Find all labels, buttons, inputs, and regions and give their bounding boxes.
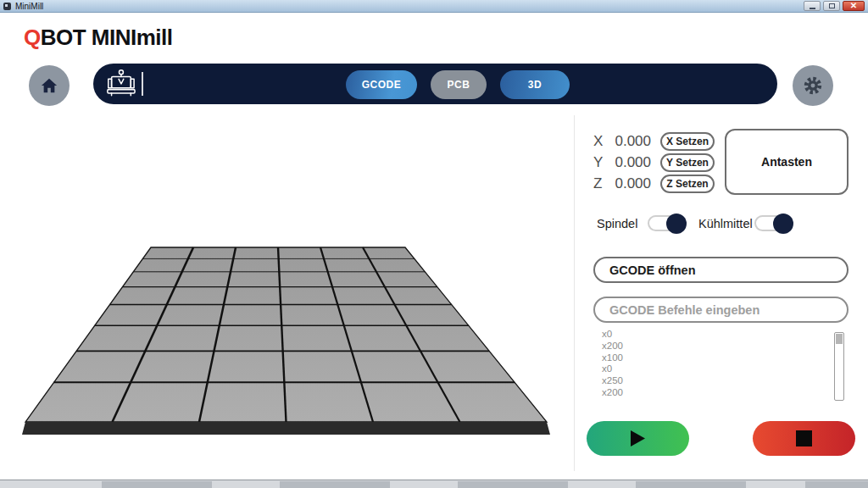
stop-icon [796, 430, 812, 446]
navbar: GCODE PCB 3D [93, 64, 777, 104]
home-icon [40, 77, 58, 94]
spindle-toggle-label: Spindel [597, 217, 637, 230]
axis-label-x: X [593, 133, 609, 150]
viewport-3d[interactable] [0, 119, 576, 458]
machine-icon [103, 69, 137, 99]
axis-value-y: 0.000 [610, 154, 651, 171]
command-list-scrollbar[interactable] [834, 332, 844, 401]
set-x-button[interactable]: X Setzen [660, 132, 715, 151]
home-button[interactable] [29, 65, 70, 106]
axis-value-x: 0.000 [610, 133, 651, 150]
axis-value-z: 0.000 [610, 175, 651, 192]
coolant-toggle-label: Kühlmittel [698, 217, 753, 230]
stop-button[interactable] [753, 421, 855, 456]
app-window: MiniMill ✕ QBOT MINImill GCODE PCB 3D [0, 0, 868, 488]
window-close-button[interactable]: ✕ [843, 1, 865, 11]
axis-label-y: Y [593, 154, 609, 171]
probe-button[interactable]: Antasten [725, 129, 849, 195]
window-title: MiniMill [15, 2, 43, 11]
app-icon [3, 3, 11, 10]
window-maximize-button[interactable] [823, 1, 840, 11]
logo-rest: BOT MINImill [41, 25, 173, 50]
window-minimize-icon [810, 8, 815, 9]
set-y-button[interactable]: Y Setzen [660, 153, 715, 172]
set-z-button[interactable]: Z Setzen [660, 175, 715, 193]
tab-gcode[interactable]: GCODE [346, 70, 417, 99]
spindle-toggle-knob [666, 214, 687, 234]
play-icon [631, 430, 645, 446]
milling-bed-3d [0, 119, 576, 458]
tab-3d[interactable]: 3D [500, 70, 570, 99]
coolant-toggle-knob [773, 214, 793, 234]
os-taskbar-sliver [0, 480, 868, 488]
window-maximize-icon [829, 3, 835, 8]
gear-icon [802, 75, 824, 97]
gcode-line: x200 [602, 387, 623, 399]
gcode-line: x200 [602, 341, 623, 352]
axis-label-z: Z [593, 175, 609, 192]
window-close-icon: ✕ [850, 2, 857, 10]
window-minimize-button[interactable] [804, 1, 821, 11]
gcode-command-input[interactable] [593, 297, 849, 323]
gcode-line: x250 [602, 375, 623, 387]
titlebar[interactable]: MiniMill ✕ [0, 0, 868, 13]
app-logo: QBOT MINImill [24, 25, 173, 51]
gcode-command-list[interactable]: x0 x200 x100 x0 x250 x200 [602, 329, 623, 399]
spindle-toggle[interactable] [648, 215, 683, 231]
logo-q: Q [24, 25, 41, 50]
gcode-line: x0 [602, 363, 623, 375]
settings-button[interactable] [793, 65, 833, 106]
nav-separator [142, 72, 143, 96]
coolant-toggle[interactable] [754, 215, 790, 231]
gcode-line: x100 [602, 352, 623, 364]
scrollbar-thumb[interactable] [836, 334, 843, 344]
tab-pcb[interactable]: PCB [431, 70, 487, 99]
play-button[interactable] [587, 421, 689, 456]
gcode-line: x0 [602, 329, 623, 341]
open-gcode-button[interactable]: GCODE öffnen [593, 257, 849, 283]
